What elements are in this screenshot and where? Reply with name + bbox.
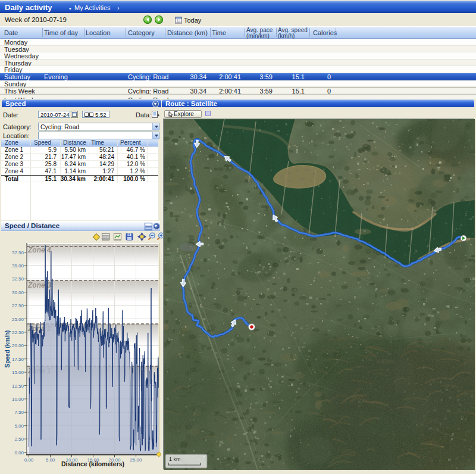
svg-text:17.50: 17.50 [12, 357, 24, 362]
svg-text:25.00: 25.00 [130, 457, 142, 463]
svg-text:20.00: 20.00 [12, 343, 24, 348]
svg-text:12.50: 12.50 [12, 383, 24, 389]
svg-text:1 km: 1 km [169, 456, 181, 462]
svg-text:22.50: 22.50 [12, 330, 24, 335]
svg-text:15.00: 15.00 [12, 370, 24, 375]
svg-text:Distance (kilometers): Distance (kilometers) [61, 460, 124, 467]
svg-text:5.00: 5.00 [14, 423, 24, 429]
svg-text:30.00: 30.00 [12, 290, 24, 295]
svg-text:5.00: 5.00 [46, 457, 55, 463]
svg-text:27.50: 27.50 [12, 303, 24, 308]
svg-text:35.00: 35.00 [12, 263, 24, 269]
svg-text:0.00: 0.00 [14, 450, 24, 456]
svg-text:25.00: 25.00 [12, 317, 24, 322]
svg-text:Zone 4: Zone 4 [27, 246, 51, 254]
svg-text:37.50: 37.50 [12, 250, 24, 255]
svg-text:2.50: 2.50 [14, 436, 24, 442]
svg-text:32.50: 32.50 [12, 276, 24, 282]
svg-text:Speed (km/h): Speed (km/h) [4, 330, 11, 368]
svg-text:7.50: 7.50 [14, 410, 24, 415]
svg-text:0.00: 0.00 [24, 457, 34, 463]
svg-text:10.00: 10.00 [12, 397, 24, 402]
